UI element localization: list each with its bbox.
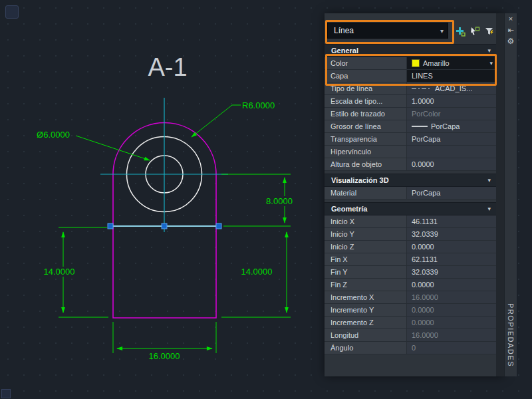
property-value[interactable]: LINES: [407, 70, 496, 82]
property-label: Incremento X: [325, 291, 407, 303]
pickadd-toggle-icon[interactable]: [454, 25, 466, 37]
ucs-icon: [1, 389, 11, 398]
lineweight-value-text: PorCapa: [431, 122, 460, 130]
property-label: Inicio Z: [325, 241, 407, 253]
section-header-visualizacion-3d[interactable]: Visualización 3D ▾: [325, 174, 496, 187]
object-type-value: Línea: [334, 26, 354, 35]
palette-title-bar[interactable]: × ⇤ ⚙ PROPIEDADES: [504, 13, 517, 376]
dim-radius: R6.0000: [242, 100, 275, 110]
palette-content: Línea ▾ General ▾ Color: [325, 13, 496, 376]
close-icon[interactable]: ×: [505, 13, 517, 25]
property-row-fin-z: Fin Z 0.0000: [325, 279, 496, 291]
collapse-chevron-icon: ▾: [487, 45, 491, 57]
extension-lines: [59, 174, 291, 353]
dropdown-chevron-icon: ▾: [489, 60, 493, 66]
property-row-incremento-x: Incremento X 16.0000: [325, 291, 496, 304]
property-value[interactable]: 0.0000: [407, 279, 496, 291]
dim-8: 8.0000: [266, 196, 293, 206]
palette-title: PROPIEDADES: [507, 303, 515, 367]
property-label: Color: [325, 57, 407, 69]
property-row-inicio-x: Inicio X 46.1131: [325, 215, 496, 228]
lineweight-preview-icon: [412, 126, 428, 127]
linetype-value[interactable]: ACAD_IS...: [407, 82, 496, 94]
property-label: Estilo de trazado: [325, 108, 407, 120]
property-row-capa: Capa LINES: [325, 70, 496, 82]
dim-16: 16.0000: [149, 351, 180, 361]
grip-end[interactable]: [216, 223, 221, 229]
property-value: PorColor: [407, 108, 496, 120]
property-row-hipervinculo: Hipervínculo: [325, 146, 496, 158]
autocad-window: A-1: [0, 0, 532, 399]
property-value[interactable]: 0.0000: [407, 158, 496, 170]
property-label: Ángulo: [325, 342, 407, 354]
property-value[interactable]: 0.0000: [407, 241, 496, 253]
property-label: Hipervínculo: [325, 146, 407, 158]
property-label: Grosor de línea: [325, 120, 407, 132]
dimension-texts: 8.0000 14.0000 14.0000 16.0000 R6.0000 Ø…: [37, 100, 297, 361]
grip-mid[interactable]: [162, 223, 167, 229]
property-label: Incremento Z: [325, 317, 407, 329]
property-row-incremento-z: Incremento Z 0.0000: [325, 317, 496, 329]
lineweight-value[interactable]: PorCapa: [407, 120, 496, 132]
property-row-longitud: Longitud 16.0000: [325, 329, 496, 342]
property-value[interactable]: PorCapa: [407, 133, 496, 145]
property-label: Fin X: [325, 253, 407, 265]
property-value[interactable]: 32.0339: [407, 266, 496, 278]
color-value-dropdown[interactable]: Amarillo ▾: [407, 57, 496, 69]
settings-gear-icon[interactable]: ⚙: [505, 36, 517, 47]
collapse-chevron-icon: ▾: [487, 174, 491, 186]
chevron-down-icon: ▾: [440, 24, 444, 39]
property-value: 16.0000: [407, 291, 496, 303]
property-label: Tipo de línea: [325, 82, 407, 94]
property-label: Material: [325, 187, 407, 199]
property-row-estilo-trazado: Estilo de trazado PorColor: [325, 108, 496, 120]
section-header-general[interactable]: General ▾: [325, 44, 496, 57]
property-label: Inicio X: [325, 215, 407, 227]
section-title: Geometría: [331, 205, 367, 213]
grip-start[interactable]: [108, 223, 113, 229]
property-value: 0.0000: [407, 317, 496, 329]
property-value[interactable]: [407, 146, 496, 158]
property-value[interactable]: 32.0339: [407, 228, 496, 240]
property-row-color: Color Amarillo ▾: [325, 57, 496, 70]
property-row-fin-x: Fin X 62.1131: [325, 253, 496, 266]
property-value: 0: [407, 342, 496, 354]
property-row-altura-objeto: Altura de objeto 0.0000: [325, 158, 496, 171]
property-value[interactable]: 1.0000: [407, 95, 496, 107]
property-row-inicio-y: Inicio Y 32.0339: [325, 228, 496, 241]
collapse-chevron-icon: ▾: [487, 203, 491, 215]
color-value-text: Amarillo: [423, 59, 450, 67]
select-objects-icon[interactable]: [468, 25, 481, 37]
property-row-escala: Escala de tipo... 1.0000: [325, 95, 496, 108]
property-value: 0.0000: [407, 304, 496, 316]
palette-header: Línea ▾: [325, 13, 496, 44]
property-label: Altura de objeto: [325, 158, 407, 170]
property-label: Fin Y: [325, 266, 407, 278]
view-controls-icon[interactable]: [5, 5, 19, 19]
property-row-inicio-z: Inicio Z 0.0000: [325, 241, 496, 253]
property-row-incremento-y: Incremento Y 0.0000: [325, 304, 496, 317]
quick-select-icon[interactable]: [483, 25, 495, 37]
property-value[interactable]: 46.1131: [407, 215, 496, 227]
property-label: Capa: [325, 70, 407, 82]
dim-diameter: Ø6.0000: [37, 130, 70, 140]
linetype-preview-icon: [412, 88, 432, 89]
object-type-selector[interactable]: Línea ▾: [327, 23, 448, 39]
linetype-value-text: ACAD_IS...: [435, 84, 472, 92]
properties-palette: Línea ▾ General ▾ Color: [325, 13, 504, 376]
section-header-geometria[interactable]: Geometría ▾: [325, 202, 496, 215]
dim-14-right: 14.0000: [241, 267, 273, 277]
color-swatch: [412, 59, 420, 67]
property-label: Inicio Y: [325, 228, 407, 240]
property-row-angulo: Ángulo 0: [325, 342, 496, 354]
property-value[interactable]: 62.1131: [407, 253, 496, 265]
property-value[interactable]: PorCapa: [407, 187, 496, 199]
property-label: Incremento Y: [325, 304, 407, 316]
view-title: A-1: [148, 53, 187, 81]
property-row-fin-y: Fin Y 32.0339: [325, 266, 496, 279]
property-value: 16.0000: [407, 329, 496, 341]
property-row-tipo-linea: Tipo de línea ACAD_IS...: [325, 82, 496, 95]
property-row-transparencia: Transparencia PorCapa: [325, 133, 496, 146]
dim-14-left: 14.0000: [44, 267, 75, 277]
autohide-pin-icon[interactable]: ⇤: [505, 25, 517, 36]
